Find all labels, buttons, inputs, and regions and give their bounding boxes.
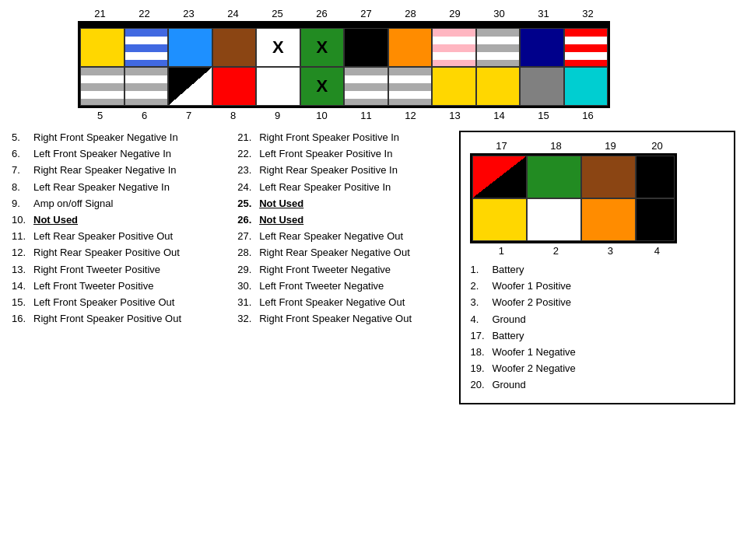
legend-item-5: 5.Right Front Speaker Negative In (12, 131, 237, 145)
legend-item-24: 24.Left Rear Speaker Positive In (237, 180, 459, 194)
small-top-pins: 17 18 19 20 (474, 140, 724, 152)
connector-row-2: X (80, 67, 608, 106)
small-cell-18-top (527, 156, 581, 198)
legend-num-32: 32. (237, 312, 259, 326)
legend-text-23: Right Rear Speaker Positive In (259, 163, 398, 177)
legend-num-6: 6. (12, 147, 33, 161)
bottom-pin-numbers: 5 6 7 8 9 10 11 12 13 14 15 16 (78, 110, 735, 121)
right-legend-num-20: 20. (470, 378, 492, 392)
legend-num-12: 12. (12, 246, 33, 260)
legend-item-29: 29.Right Front Tweeter Negative (237, 263, 459, 277)
right-legend-text-19: Woofer 2 Negative (492, 362, 575, 376)
right-legend-num-17: 17. (470, 329, 492, 343)
legend-text-7: Right Rear Speaker Negative In (33, 163, 177, 177)
small-cell-1-bot (472, 198, 527, 241)
small-cell-3-bot (581, 198, 636, 241)
right-legend-text-17: Battery (492, 329, 524, 343)
legend-num-23: 23. (237, 163, 259, 177)
cell-32-top (564, 28, 608, 67)
legend-num-10: 10. (12, 213, 33, 227)
legend-num-13: 13. (12, 263, 33, 277)
cell-31-top (520, 28, 564, 67)
legend-text-26: Not Used (259, 213, 303, 227)
small-cell-20-top (636, 156, 675, 198)
right-legend-num-1: 1. (470, 263, 492, 277)
small-connector-grid (470, 153, 677, 243)
legend-text-24: Left Rear Speaker Positive In (259, 180, 391, 194)
bot-pin-8: 8 (211, 110, 255, 121)
bot-pin-14: 14 (477, 110, 521, 121)
legend-text-6: Left Front Speaker Negative In (33, 147, 171, 161)
small-pin-2: 2 (528, 245, 583, 257)
cell-25-top: X (256, 28, 300, 67)
right-legend-item-19: 19.Woofer 2 Negative (470, 362, 724, 376)
right-legend: 1.Battery 2.Woofer 1 Positive 3.Woofer 2… (470, 263, 724, 393)
bot-pin-13: 13 (433, 110, 477, 121)
legend-item-14: 14.Left Front Tweeter Positive (12, 279, 237, 293)
legend-item-15: 15.Left Front Speaker Positive Out (12, 296, 237, 310)
legend-item-27: 27.Left Rear Speaker Negative Out (237, 229, 459, 243)
top-pin-28: 28 (388, 8, 433, 19)
right-legend-num-19: 19. (470, 362, 492, 376)
legend-item-22: 22.Left Front Speaker Positive In (237, 147, 459, 161)
small-cell-2-bot (527, 198, 581, 241)
legend-text-13: Right Front Tweeter Positive (33, 263, 160, 277)
small-cell-19-top (581, 156, 636, 198)
right-legend-text-2: Woofer 1 Positive (492, 279, 571, 293)
top-pin-numbers: 21 22 23 24 25 26 27 28 29 30 31 32 (78, 8, 735, 19)
legend-text-8: Left Rear Speaker Negative In (33, 180, 170, 194)
small-cell-17-top (472, 156, 527, 198)
legend-num-11: 11. (12, 229, 33, 243)
legend-item-13: 13.Right Front Tweeter Positive (12, 263, 237, 277)
cell-29-top (432, 28, 476, 67)
top-pin-24: 24 (211, 8, 255, 19)
bot-pin-16: 16 (566, 110, 610, 121)
cell-7-bot (168, 67, 212, 106)
right-legend-item-17: 17.Battery (470, 329, 724, 343)
middle-legend: 21.Right Front Speaker Positive In 22.Le… (237, 131, 459, 404)
legend-item-8: 8.Left Rear Speaker Negative In (12, 180, 237, 194)
cell-24-top (212, 28, 257, 67)
right-legend-text-18: Woofer 1 Negative (492, 345, 575, 359)
legend-text-22: Left Front Speaker Positive In (259, 147, 392, 161)
cell-23-top (168, 28, 212, 67)
legend-item-28: 28.Right Rear Speaker Negative Out (237, 246, 459, 260)
legend-area: 5.Right Front Speaker Negative In 6.Left… (12, 131, 735, 404)
legend-num-7: 7. (12, 163, 33, 177)
bot-pin-10: 10 (300, 110, 344, 121)
cell-13-bot (432, 67, 476, 106)
top-pin-30: 30 (477, 8, 521, 19)
top-pin-21: 21 (78, 8, 122, 19)
legend-item-32: 32.Right Front Speaker Negative Out (237, 312, 459, 326)
legend-item-11: 11.Left Rear Speaker Positive Out (12, 229, 237, 243)
cell-5-bot (80, 67, 124, 106)
cell-6-bot (124, 67, 169, 106)
legend-item-21: 21.Right Front Speaker Positive In (237, 131, 459, 145)
legend-item-30: 30.Left Front Tweeter Negative (237, 279, 459, 293)
right-legend-item-18: 18.Woofer 1 Negative (470, 345, 724, 359)
small-bot-pins: 1 2 3 4 (474, 245, 724, 257)
legend-item-16: 16.Right Front Speaker Positive Out (12, 312, 237, 326)
legend-item-9: 9.Amp on/off Signal (12, 197, 237, 211)
top-pin-27: 27 (344, 8, 388, 19)
legend-num-16: 16. (12, 312, 33, 326)
small-pin-20: 20 (637, 140, 676, 152)
right-legend-num-18: 18. (470, 345, 492, 359)
legend-item-25: 25.Not Used (237, 197, 459, 211)
right-legend-item-20: 20.Ground (470, 378, 724, 392)
legend-text-9: Amp on/off Signal (33, 197, 113, 211)
legend-num-30: 30. (237, 279, 259, 293)
legend-num-8: 8. (12, 180, 33, 194)
legend-num-29: 29. (237, 263, 259, 277)
legend-item-31: 31.Left Front Speaker Negative Out (237, 296, 459, 310)
right-legend-text-4: Ground (492, 313, 525, 327)
legend-num-24: 24. (237, 180, 259, 194)
legend-item-12: 12.Right Rear Speaker Positive Out (12, 246, 237, 260)
right-legend-item-3: 3.Woofer 2 Positive (470, 296, 724, 310)
left-legend: 5.Right Front Speaker Negative In 6.Left… (12, 131, 237, 404)
legend-num-27: 27. (237, 229, 259, 243)
cell-28-top (388, 28, 433, 67)
legend-item-10: 10.Not Used (12, 213, 237, 227)
legend-num-5: 5. (12, 131, 33, 145)
small-pin-4: 4 (637, 245, 676, 257)
